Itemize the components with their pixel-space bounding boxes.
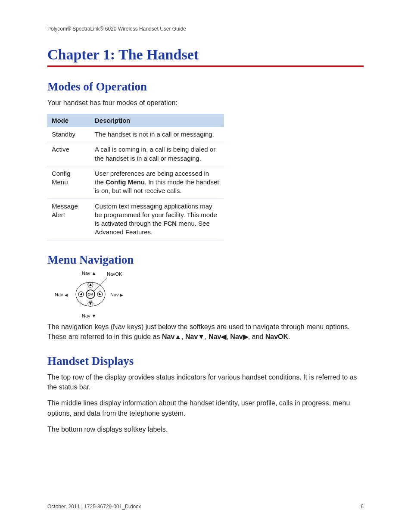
svg-marker-8 bbox=[80, 293, 82, 296]
page-footer: October, 2011 | 1725-36729-001_D.docx 6 bbox=[47, 504, 364, 510]
th-description: Description bbox=[90, 114, 224, 127]
nav-pad-icon: OK bbox=[73, 277, 108, 311]
svg-marker-4 bbox=[89, 283, 92, 286]
nav-left-label: Nav ◀ bbox=[55, 292, 68, 297]
cell-mode: Standby bbox=[47, 127, 90, 142]
modes-intro: Your handset has four modes of operation… bbox=[47, 98, 364, 108]
displays-p3: The bottom row displays softkey labels. bbox=[47, 424, 364, 434]
nav-paragraph: The navigation keys (Nav keys) just belo… bbox=[47, 322, 364, 342]
section-nav-title: Menu Navigation bbox=[47, 253, 364, 267]
cell-mode: Config Menu bbox=[47, 166, 90, 199]
displays-p2: The middle lines display information abo… bbox=[47, 398, 364, 418]
table-row: Standby The handset is not in a call or … bbox=[47, 127, 224, 142]
cell-desc: User preferences are being accessed in t… bbox=[90, 166, 224, 199]
table-row: Message Alert Custom text messaging appl… bbox=[47, 199, 224, 240]
svg-text:OK: OK bbox=[87, 292, 93, 296]
section-modes-title: Modes of Operation bbox=[47, 80, 364, 93]
modes-table: Mode Description Standby The handset is … bbox=[47, 114, 224, 240]
section-displays-title: Handset Displays bbox=[47, 355, 364, 368]
th-mode: Mode bbox=[47, 114, 90, 127]
footer-page-number: 6 bbox=[361, 504, 364, 510]
cell-desc: A call is coming in, a call is being dia… bbox=[90, 142, 224, 166]
document-header: Polycom® SpectraLink® 6020 Wireless Hand… bbox=[47, 26, 364, 32]
cell-mode: Message Alert bbox=[47, 199, 90, 240]
svg-line-11 bbox=[94, 278, 107, 291]
nav-right-label: Nav ▶ bbox=[110, 292, 123, 297]
footer-left: October, 2011 | 1725-36729-001_D.docx bbox=[47, 504, 141, 510]
svg-marker-6 bbox=[89, 302, 92, 305]
cell-desc: Custom text messaging applications may b… bbox=[90, 199, 224, 240]
displays-p1: The top row of the display provides stat… bbox=[47, 372, 364, 392]
cell-desc: The handset is not in a call or messagin… bbox=[90, 127, 224, 142]
table-header-row: Mode Description bbox=[47, 114, 224, 127]
table-row: Config Menu User preferences are being a… bbox=[47, 166, 224, 199]
nav-up-label: Nav ▲ bbox=[82, 271, 97, 276]
nav-ok-label: NavOK bbox=[107, 272, 122, 277]
svg-marker-10 bbox=[99, 293, 101, 296]
cell-mode: Active bbox=[47, 142, 90, 166]
nav-key-diagram: Nav ▲ NavOK Nav ◀ Nav ▶ Nav ▼ OK bbox=[56, 271, 129, 318]
chapter-title: Chapter 1: The Handset bbox=[47, 47, 364, 67]
nav-down-label: Nav ▼ bbox=[82, 314, 97, 318]
table-row: Active A call is coming in, a call is be… bbox=[47, 142, 224, 166]
